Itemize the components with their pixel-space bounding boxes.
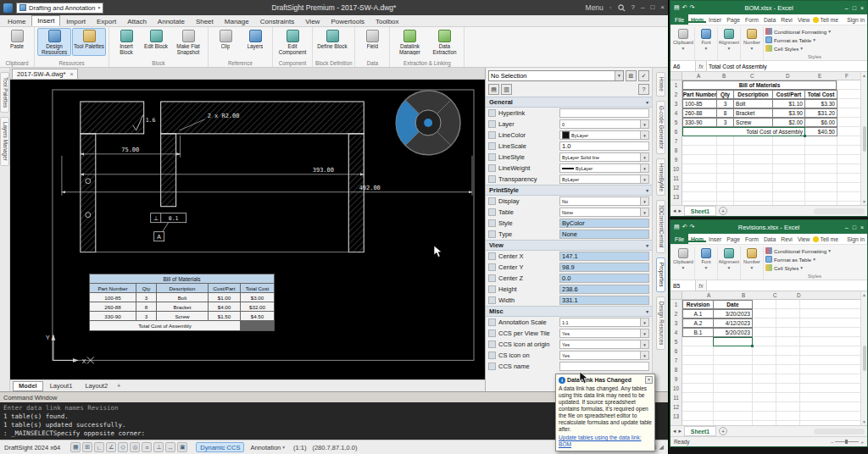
format-as-table-button[interactable]: Format as Table ▾: [765, 255, 864, 263]
tell-me-box[interactable]: Tell me: [813, 17, 839, 23]
tab-annotate[interactable]: Annotate: [153, 17, 190, 26]
resize-grip-icon[interactable]: ◢: [659, 444, 664, 451]
bom-table-canvas[interactable]: Bill of Materials Part Number Qty Descri…: [89, 274, 275, 331]
bom-total-cell-selected[interactable]: [241, 321, 274, 330]
zoom-out-icon[interactable]: −: [831, 440, 834, 445]
tab-view[interactable]: View: [795, 17, 813, 23]
datalink-manager-button[interactable]: Datalink Manager: [392, 28, 426, 56]
name-box[interactable]: A6: [670, 61, 696, 71]
zoom-in-icon[interactable]: +: [860, 440, 864, 445]
fx-icon[interactable]: fx: [696, 280, 707, 291]
width-value[interactable]: 331.1: [559, 296, 649, 305]
tab-import[interactable]: Import: [61, 17, 91, 26]
sheet-nav-left-icon[interactable]: ◂: [673, 208, 676, 214]
sheet-tab[interactable]: Sheet1: [684, 426, 716, 436]
save-icon[interactable]: ▤: [674, 224, 680, 230]
center-y-value[interactable]: 98.9: [559, 263, 649, 272]
scale-readout[interactable]: (1:1): [291, 444, 309, 451]
properties-tab[interactable]: Properties: [656, 257, 665, 292]
fill-handle[interactable]: [751, 345, 754, 347]
tab-layout1[interactable]: Layout1: [44, 381, 79, 391]
steering-wheel-widget[interactable]: [396, 91, 460, 155]
undo-icon[interactable]: ↶: [682, 224, 687, 230]
cell-title[interactable]: Bill of Materials: [682, 80, 837, 90]
tab-view[interactable]: View: [300, 17, 325, 26]
edit-block-button[interactable]: Edit Block: [142, 28, 170, 56]
tab-model[interactable]: Model: [13, 381, 43, 391]
data-link-changed-balloon[interactable]: i Data Link Has Changed × A data link ha…: [555, 374, 655, 451]
linescale-value[interactable]: 1.0: [559, 141, 649, 151]
polar-icon[interactable]: ∠: [106, 442, 116, 452]
number-group[interactable]: Number ▾: [741, 27, 764, 60]
select-entities-button[interactable]: ⊞: [626, 70, 637, 81]
tab-data[interactable]: Data: [761, 236, 778, 242]
properties-tool-button[interactable]: ▤: [488, 84, 499, 95]
annotation-scale-value[interactable]: 1:1: [559, 318, 649, 327]
redo-icon[interactable]: ↷: [690, 224, 695, 230]
update-tables-link[interactable]: Update tables using the data link: BOM: [556, 435, 654, 451]
grid-icon[interactable]: ⊞: [82, 442, 92, 452]
lineweight-value[interactable]: ByLayer: [559, 163, 649, 173]
tab-home[interactable]: Hom: [688, 17, 706, 23]
tab-review[interactable]: Revi: [778, 236, 795, 242]
design-resources-button[interactable]: Design Resources: [37, 28, 71, 56]
cell-total-value[interactable]: $40.50: [804, 127, 837, 136]
redo-icon[interactable]: ↷: [690, 4, 695, 11]
minimize-button[interactable]: –: [845, 224, 849, 230]
snap-icon[interactable]: ▦: [70, 442, 81, 452]
restore-button[interactable]: □: [853, 224, 856, 230]
hyperlink-value[interactable]: [559, 108, 649, 118]
tool-palettes-button[interactable]: Tool Palettes: [72, 28, 106, 56]
spreadsheet[interactable]: A B C D 12345678910111213 Revision Date …: [670, 291, 860, 425]
close-button[interactable]: ×: [660, 3, 665, 12]
tab-formulas[interactable]: Form: [743, 17, 761, 23]
row-headers[interactable]: 12345678910111213: [670, 300, 682, 425]
ccs-icon-at-origin-value[interactable]: Yes: [559, 340, 649, 349]
cell-styles-button[interactable]: Cell Styles ▾: [765, 263, 864, 272]
column-headers[interactable]: A B C D E F: [682, 72, 860, 80]
tab-insert[interactable]: Insert: [31, 15, 60, 26]
clipboard-group[interactable]: Clipboard ▾: [672, 27, 695, 60]
add-layout-icon[interactable]: +: [114, 382, 123, 390]
spreadsheet[interactable]: A B C D E F 12345678910111213 Bill of Ma…: [670, 72, 860, 205]
tab-review[interactable]: Revi: [778, 17, 795, 23]
annotation-dropdown[interactable]: Annotation ▾: [248, 444, 287, 451]
paste-button[interactable]: Paste: [3, 28, 31, 56]
tab-page-layout[interactable]: Page: [724, 17, 743, 23]
tab-export[interactable]: Export: [92, 17, 121, 26]
tab-home[interactable]: Hom: [688, 236, 706, 242]
workspace-selector[interactable]: Drafting and Annotation ▾: [16, 3, 103, 14]
layers-button[interactable]: Layers: [241, 28, 270, 56]
section-header-misc[interactable]: Misc ▾: [486, 306, 652, 317]
minimize-button[interactable]: –: [845, 5, 849, 11]
sign-in-button[interactable]: Sign in: [847, 236, 867, 242]
cs-icon-on-value[interactable]: Yes: [559, 351, 649, 360]
design-resources-tab[interactable]: Design Resources: [656, 296, 665, 350]
vertical-scrollbar[interactable]: ▲▼: [860, 72, 867, 205]
section-header-printstyle[interactable]: PrintStyle ▾: [486, 185, 652, 196]
tab-insert[interactable]: Inser: [706, 17, 724, 23]
tab-powertools[interactable]: Powertools: [326, 17, 370, 26]
name-box[interactable]: B5: [670, 280, 696, 291]
formula-input[interactable]: Total Cost of Assembly: [707, 61, 867, 71]
gcode-generator-tab[interactable]: G-code Generator: [656, 101, 665, 154]
layers-manager-tab[interactable]: Layers Manager: [0, 117, 9, 166]
search-icon[interactable]: [618, 4, 626, 12]
height-value[interactable]: 238.6: [559, 285, 649, 294]
font-group[interactable]: Font ▾: [695, 27, 718, 60]
layer-value[interactable]: 0: [559, 119, 649, 129]
quick-select-button[interactable]: ✓: [638, 70, 649, 81]
center-z-value[interactable]: 0.0: [559, 274, 649, 283]
home-palette-tab[interactable]: Home: [656, 72, 665, 97]
horizontal-scrollbar[interactable]: [814, 429, 865, 435]
close-button[interactable]: ×: [860, 5, 864, 11]
transparency-value[interactable]: ByLayer: [559, 174, 649, 184]
properties-tool-button[interactable]: ▥: [501, 84, 512, 95]
row-headers[interactable]: 12345678910111213: [670, 80, 682, 205]
tool-palettes-tab[interactable]: Tool Palettes: [0, 72, 9, 113]
tab-file[interactable]: File: [670, 234, 688, 244]
cell-styles-button[interactable]: Cell Styles ▾: [765, 44, 864, 53]
make-flat-snapshot-button[interactable]: Make Flat Snapshot: [171, 28, 205, 56]
drawing-canvas[interactable]: 75.00 393.00 492.00 2 x R2.00 1.6 ⊥ 0.1: [10, 80, 485, 379]
tab-data[interactable]: Data: [761, 17, 778, 23]
